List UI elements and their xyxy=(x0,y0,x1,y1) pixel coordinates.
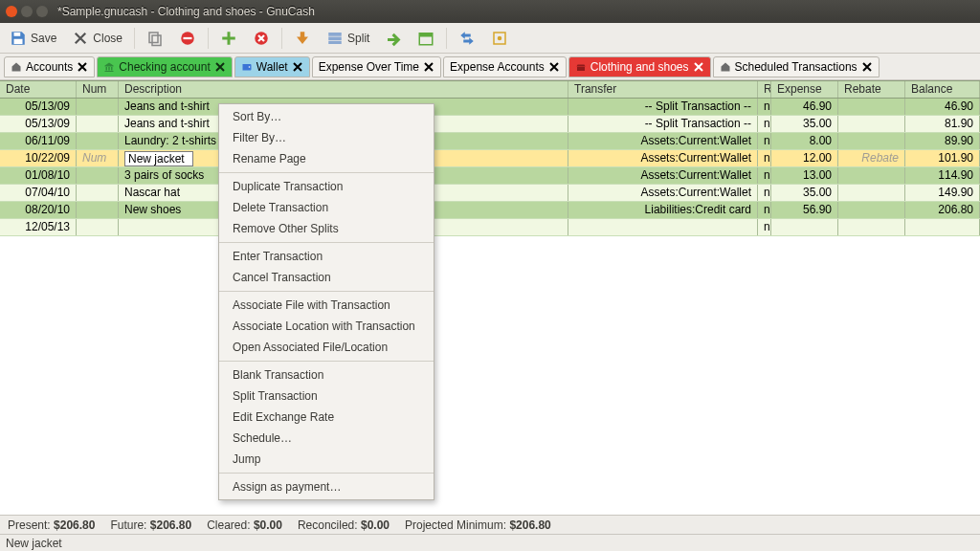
save-button[interactable]: Save xyxy=(4,27,62,50)
cell-r[interactable]: n xyxy=(758,133,771,149)
cell-num[interactable] xyxy=(77,167,119,184)
menu-item-delete-transaction[interactable]: Delete Transaction xyxy=(219,197,434,218)
tab-checking-account[interactable]: Checking account xyxy=(97,56,232,77)
register[interactable]: Date Num Description Transfer R Expense … xyxy=(0,80,980,515)
cell-transfer[interactable]: Liabilities:Credit card xyxy=(568,202,758,218)
close-tab-icon[interactable] xyxy=(861,61,873,73)
minimize-window-button[interactable] xyxy=(21,6,33,17)
blank-button[interactable] xyxy=(288,27,317,50)
cell-expense[interactable]: 35.00 xyxy=(771,185,838,201)
cell-r[interactable]: n xyxy=(758,202,771,218)
cell-r[interactable]: n xyxy=(758,185,771,201)
cell-balance[interactable]: 149.90 xyxy=(905,185,980,201)
cell-rebate[interactable] xyxy=(838,219,905,235)
tab-wallet[interactable]: Wallet xyxy=(234,56,310,77)
cell-num[interactable] xyxy=(77,133,119,149)
cell-balance[interactable]: 114.90 xyxy=(905,167,980,184)
cell-r[interactable]: n xyxy=(758,99,771,115)
table-row[interactable]: 05/13/09Jeans and t-shirt-- Split Transa… xyxy=(0,99,980,116)
cell-rebate[interactable] xyxy=(838,185,905,201)
cell-r[interactable]: n xyxy=(758,219,771,235)
col-num[interactable]: Num xyxy=(77,81,119,98)
col-description[interactable]: Description xyxy=(119,81,568,98)
cell-transfer[interactable] xyxy=(568,219,758,235)
menu-item-filter-by[interactable]: Filter By… xyxy=(219,127,434,148)
menu-item-edit-exchange-rate[interactable]: Edit Exchange Rate xyxy=(219,407,434,428)
description-input[interactable] xyxy=(124,151,193,166)
menu-item-sort-by[interactable]: Sort By… xyxy=(219,106,434,127)
cell-date[interactable]: 06/11/09 xyxy=(0,133,77,149)
close-tab-icon[interactable] xyxy=(423,61,434,73)
menu-item-duplicate-transaction[interactable]: Duplicate Transaction xyxy=(219,176,434,197)
close-button[interactable]: Close xyxy=(66,27,128,50)
menu-item-schedule[interactable]: Schedule… xyxy=(219,428,434,449)
col-transfer[interactable]: Transfer xyxy=(568,81,758,98)
table-row[interactable]: 05/13/09Jeans and t-shirt-- Split Transa… xyxy=(0,116,980,133)
table-row[interactable]: 06/11/09Laundry: 2 t-shirtsAssets:Curren… xyxy=(0,133,980,150)
cell-rebate[interactable]: Rebate xyxy=(838,150,905,166)
menu-item-associate-location-with-transaction[interactable]: Associate Location with Transaction xyxy=(219,316,434,337)
cell-rebate[interactable] xyxy=(838,133,905,149)
table-row[interactable]: 10/22/09NumAssets:Current:Walletn12.00Re… xyxy=(0,150,980,167)
cell-balance[interactable]: 206.80 xyxy=(905,202,980,218)
menu-item-enter-transaction[interactable]: Enter Transaction xyxy=(219,246,434,267)
cell-transfer[interactable]: -- Split Transaction -- xyxy=(568,116,758,132)
menu-item-blank-transaction[interactable]: Blank Transaction xyxy=(219,364,434,386)
cell-date[interactable]: 07/04/10 xyxy=(0,185,77,201)
cell-num[interactable] xyxy=(77,99,119,115)
delete-button[interactable] xyxy=(173,27,202,50)
cell-expense[interactable]: 12.00 xyxy=(771,150,838,166)
reconcile-button[interactable] xyxy=(485,27,514,50)
transfer-button[interactable] xyxy=(453,27,481,50)
maximize-window-button[interactable] xyxy=(36,6,48,17)
col-balance[interactable]: Balance xyxy=(905,81,980,98)
cell-date[interactable]: 12/05/13 xyxy=(0,219,77,235)
menu-item-cancel-transaction[interactable]: Cancel Transaction xyxy=(219,267,434,288)
menu-item-remove-other-splits[interactable]: Remove Other Splits xyxy=(219,218,434,239)
cell-transfer[interactable]: -- Split Transaction -- xyxy=(568,99,758,115)
cell-rebate[interactable] xyxy=(838,99,905,115)
cell-balance[interactable]: 89.90 xyxy=(905,133,980,149)
col-expense[interactable]: Expense xyxy=(771,81,838,98)
cell-date[interactable]: 05/13/09 xyxy=(0,116,77,132)
enter-button[interactable] xyxy=(214,27,243,50)
cell-date[interactable]: 10/22/09 xyxy=(0,150,77,166)
menu-item-rename-page[interactable]: Rename Page xyxy=(219,148,434,169)
cell-transfer[interactable]: Assets:Current:Wallet xyxy=(568,150,758,166)
menu-item-split-transaction[interactable]: Split Transaction xyxy=(219,386,434,407)
close-tab-icon[interactable] xyxy=(693,61,704,73)
cell-rebate[interactable] xyxy=(838,202,905,218)
cell-date[interactable]: 01/08/10 xyxy=(0,167,77,184)
cell-expense[interactable]: 8.00 xyxy=(771,133,838,149)
cell-r[interactable]: n xyxy=(758,116,771,132)
cell-expense[interactable]: 13.00 xyxy=(771,167,838,184)
cell-num[interactable] xyxy=(77,202,119,218)
tab-accounts[interactable]: Accounts xyxy=(4,56,95,77)
close-tab-icon[interactable] xyxy=(292,61,303,73)
cell-num[interactable] xyxy=(77,219,119,235)
tab-expense-over-time[interactable]: Expense Over Time xyxy=(312,56,441,77)
cell-expense[interactable]: 35.00 xyxy=(771,116,838,132)
table-row[interactable]: 01/08/103 pairs of socksAssets:Current:W… xyxy=(0,167,980,185)
cell-rebate[interactable] xyxy=(838,167,905,184)
cell-balance[interactable] xyxy=(905,219,980,235)
split-button[interactable]: Split xyxy=(321,27,375,50)
cell-transfer[interactable]: Assets:Current:Wallet xyxy=(568,167,758,184)
cell-date[interactable]: 05/13/09 xyxy=(0,99,77,115)
cell-num[interactable] xyxy=(77,116,119,132)
cell-num[interactable] xyxy=(77,185,119,201)
cell-balance[interactable]: 101.90 xyxy=(905,150,980,166)
table-row[interactable]: 07/04/10Nascar hatAssets:Current:Walletn… xyxy=(0,185,980,202)
close-tab-icon[interactable] xyxy=(214,61,226,73)
table-row[interactable]: 12/05/13n xyxy=(0,219,980,236)
tab-scheduled-transactions[interactable]: Scheduled Transactions xyxy=(713,56,880,77)
close-tab-icon[interactable] xyxy=(548,61,560,73)
cell-r[interactable]: n xyxy=(758,167,771,184)
cell-transfer[interactable]: Assets:Current:Wallet xyxy=(568,133,758,149)
table-row[interactable]: 08/20/10New shoesLiabilities:Credit card… xyxy=(0,202,980,219)
col-date[interactable]: Date xyxy=(0,81,77,98)
duplicate-button[interactable] xyxy=(141,27,169,50)
schedule-button[interactable] xyxy=(412,27,440,50)
cell-expense[interactable]: 56.90 xyxy=(771,202,838,218)
tab-clothing-and-shoes[interactable]: Clothing and shoes xyxy=(568,56,711,77)
